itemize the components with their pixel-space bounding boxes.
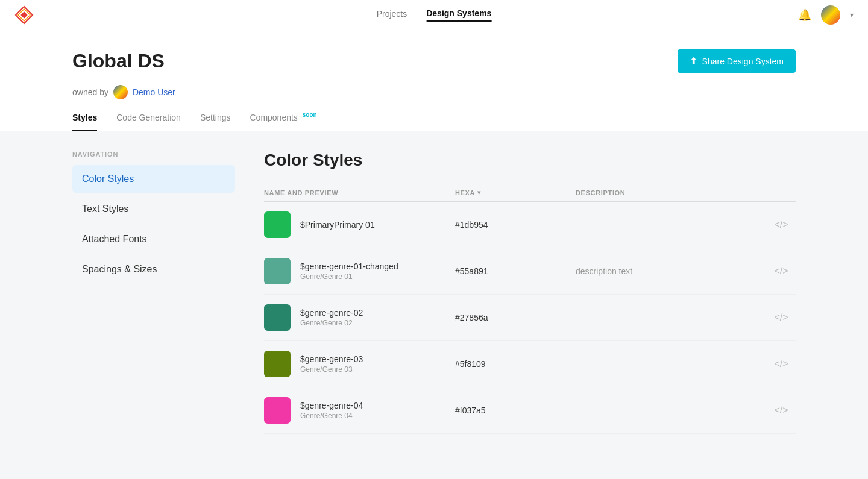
owner-row: owned by Demo User [72,85,796,99]
main-content: Color Styles NAME AND PREVIEW HEXA ▾ DES… [264,151,796,471]
color-sub-name: Genre/Genre 01 [300,272,398,281]
owned-by-label: owned by [72,87,108,97]
color-swatch [264,351,291,377]
color-name-info: $genre-genre-01-changed Genre/Genre 01 [300,261,398,281]
page-header: Global DS ⬆ Share Design System owned by… [0,30,868,131]
color-row: $genre-genre-01-changed Genre/Genre 01 #… [264,248,796,295]
topnav-links: Projects Design Systems [377,8,492,22]
share-design-system-button[interactable]: ⬆ Share Design System [678,49,796,73]
color-description: description text [576,266,767,276]
color-name-info: $PrimaryPrimary 01 [300,220,375,230]
sidebar-item-attached-fonts[interactable]: Attached Fonts [72,225,235,253]
sidebar-item-text-styles[interactable]: Text Styles [72,195,235,223]
color-name-info: $genre-genre-02 Genre/Genre 02 [300,308,363,327]
code-icon[interactable]: </> [767,312,796,323]
color-name-cell: $genre-genre-02 Genre/Genre 02 [264,304,455,331]
color-name-info: $genre-genre-03 Genre/Genre 03 [300,354,363,374]
color-swatch [264,211,291,238]
topnav-design-systems[interactable]: Design Systems [426,8,491,22]
code-icon[interactable]: </> [767,219,796,230]
color-swatch [264,397,291,424]
color-name-cell: $genre-genre-03 Genre/Genre 03 [264,351,455,377]
title-row: Global DS ⬆ Share Design System [72,49,796,73]
color-row: $genre-genre-04 Genre/Genre 04 #f037a5 <… [264,387,796,434]
owner-avatar [113,85,128,99]
color-var-name: $genre-genre-02 [300,308,363,318]
color-name-cell: $genre-genre-01-changed Genre/Genre 01 [264,258,455,284]
col-hexa[interactable]: HEXA ▾ [455,189,576,196]
code-icon[interactable]: </> [767,266,796,277]
page-title: Global DS [72,50,165,72]
share-icon: ⬆ [690,55,697,67]
avatar-image [821,5,840,25]
tab-soon-badge: soon [303,111,317,118]
color-row: $genre-genre-03 Genre/Genre 03 #5f8109 <… [264,341,796,387]
topnav-right: 🔔 ▾ [798,5,854,25]
color-hex: #27856a [455,313,576,322]
code-icon[interactable]: </> [767,358,796,369]
page-tabs: Styles Code Generation Settings Componen… [72,111,796,131]
sidebar-nav-label: NAVIGATION [72,151,235,158]
color-sub-name: Genre/Genre 04 [300,412,363,420]
color-hex: #5f8109 [455,359,576,369]
color-swatch [264,258,291,284]
color-var-name: $genre-genre-04 [300,401,363,410]
sidebar-item-spacings-sizes[interactable]: Spacings & Sizes [72,255,235,283]
color-hex: #f037a5 [455,405,576,415]
sort-arrow-icon: ▾ [477,189,481,196]
col-name-preview: NAME AND PREVIEW [264,189,455,196]
color-name-cell: $genre-genre-04 Genre/Genre 04 [264,397,455,424]
tab-settings[interactable]: Settings [200,113,231,131]
sidebar-item-color-styles[interactable]: Color Styles [72,165,235,193]
color-sub-name: Genre/Genre 03 [300,365,363,374]
color-name-cell: $PrimaryPrimary 01 [264,211,455,238]
sidebar: NAVIGATION Color Styles Text Styles Atta… [72,151,235,471]
main-layout: NAVIGATION Color Styles Text Styles Atta… [0,131,868,479]
owner-name[interactable]: Demo User [133,87,175,97]
user-avatar[interactable] [821,5,840,25]
color-row: $genre-genre-02 Genre/Genre 02 #27856a <… [264,295,796,341]
share-button-label: Share Design System [702,57,784,66]
color-name-info: $genre-genre-04 Genre/Genre 04 [300,401,363,420]
color-var-name: $genre-genre-03 [300,354,363,364]
color-hex: #55a891 [455,266,576,276]
logo-icon[interactable] [14,5,34,25]
code-icon[interactable]: </> [767,405,796,416]
color-hex: #1db954 [455,220,576,230]
section-title: Color Styles [264,151,796,170]
color-swatch [264,304,291,331]
svg-rect-2 [20,11,27,18]
color-var-name: $PrimaryPrimary 01 [300,220,375,230]
table-header: NAME AND PREVIEW HEXA ▾ DESCRIPTION [264,184,796,202]
color-var-name: $genre-genre-01-changed [300,261,398,271]
top-navigation: Projects Design Systems 🔔 ▾ [0,0,868,30]
col-actions [767,189,796,196]
color-row: $PrimaryPrimary 01 #1db954 </> [264,202,796,248]
color-sub-name: Genre/Genre 02 [300,319,363,327]
bell-icon[interactable]: 🔔 [798,8,811,22]
tab-code-generation[interactable]: Code Generation [116,113,181,131]
col-description: DESCRIPTION [576,189,767,196]
avatar-chevron-icon[interactable]: ▾ [850,11,854,19]
topnav-projects[interactable]: Projects [377,9,407,21]
tab-styles[interactable]: Styles [72,113,97,131]
tab-components[interactable]: Components soon [250,111,316,131]
